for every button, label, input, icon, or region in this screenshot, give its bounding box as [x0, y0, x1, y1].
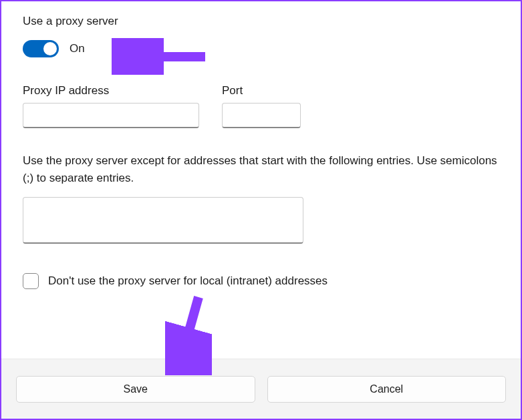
- local-bypass-label: Don't use the proxy server for local (in…: [48, 274, 328, 288]
- proxy-port-input[interactable]: [222, 103, 301, 128]
- save-button[interactable]: Save: [16, 376, 255, 403]
- cancel-button[interactable]: Cancel: [267, 376, 507, 403]
- exceptions-help-text: Use the proxy server except for addresse…: [23, 152, 499, 188]
- proxy-toggle-label: On: [70, 42, 85, 55]
- exceptions-input[interactable]: [23, 197, 303, 244]
- local-bypass-checkbox[interactable]: [23, 273, 39, 289]
- svg-line-1: [180, 297, 199, 364]
- proxy-toggle[interactable]: [23, 40, 59, 57]
- port-label: Port: [222, 84, 301, 97]
- proxy-ip-input[interactable]: [23, 103, 199, 128]
- section-title: Use a proxy server: [23, 15, 499, 28]
- ip-label: Proxy IP address: [23, 84, 199, 97]
- proxy-toggle-row: On: [23, 40, 499, 57]
- ip-field-group: Proxy IP address: [23, 84, 199, 128]
- address-port-row: Proxy IP address Port: [23, 84, 499, 128]
- toggle-knob: [43, 42, 57, 55]
- port-field-group: Port: [222, 84, 301, 128]
- local-bypass-row: Don't use the proxy server for local (in…: [23, 273, 499, 289]
- dialog-footer: Save Cancel: [1, 359, 521, 419]
